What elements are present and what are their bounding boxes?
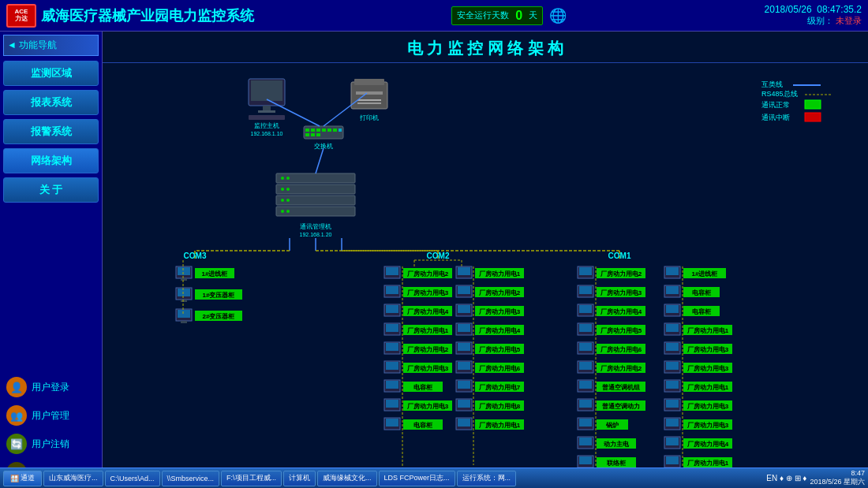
com2-r-dev9[interactable]: 厂房动力用电1	[456, 418, 524, 430]
com1-r-dev2[interactable]: 电容柜	[664, 285, 720, 297]
svg-rect-193	[579, 438, 592, 445]
svg-text:厂房动力用电1: 厂房动力用电1	[687, 459, 729, 467]
taskbar-btn-7[interactable]: LDS FCPower日志...	[379, 471, 455, 486]
nav-about[interactable]: 关 于	[3, 177, 99, 203]
taskbar-btn-1[interactable]: 山东威海医疗...	[43, 471, 103, 486]
com2-r-dev5[interactable]: 厂房动力用电5	[456, 342, 524, 354]
com2-l-dev2[interactable]: 厂房动力用电3	[384, 285, 452, 297]
com1-r-dev6[interactable]: 厂房动力用电3	[664, 361, 732, 373]
svg-rect-25	[322, 129, 326, 132]
com2-l-dev9[interactable]: 电容柜	[384, 418, 443, 430]
com2-l-dev7[interactable]: 电容柜	[384, 380, 443, 392]
taskbar-btn-3[interactable]: \\Smbservice...	[162, 471, 220, 486]
taskbar-clock: 8:47 2018/5/26 星期六	[810, 469, 865, 487]
com1-r-dev11[interactable]: 厂房动力用电1	[664, 456, 732, 468]
taskbar-btn-4[interactable]: F:\项目工程威...	[221, 471, 282, 486]
user-logout-icon: 🔄	[6, 434, 27, 454]
com2-r-dev8[interactable]: 厂房动力用电8	[456, 399, 524, 411]
com2-l-dev3[interactable]: 厂房动力用电4	[384, 304, 452, 316]
svg-text:厂房动力用电3: 厂房动力用电3	[687, 364, 729, 372]
com1-l-dev2[interactable]: 厂房动力用电3	[578, 285, 645, 297]
svg-point-40	[286, 177, 290, 180]
svg-rect-210	[666, 305, 679, 313]
user-login-item[interactable]: 👤 用户登录	[3, 374, 99, 400]
svg-rect-87	[386, 305, 398, 313]
svg-rect-16	[354, 79, 384, 85]
taskbar-btn-6[interactable]: 威海缘械文化...	[317, 471, 377, 486]
svg-rect-144	[458, 400, 470, 408]
svg-text:厂房动力用电2: 厂房动力用电2	[600, 364, 642, 372]
user-logout-item[interactable]: 🔄 用户注销	[3, 431, 99, 456]
com1-l-dev4[interactable]: 厂房动力用电5	[578, 323, 645, 335]
taskbar-btn-2[interactable]: C:\Users\Ad...	[105, 471, 160, 486]
svg-rect-218	[666, 343, 679, 351]
svg-point-45	[281, 210, 284, 213]
svg-text:厂房动力用电4: 厂房动力用电4	[687, 440, 729, 448]
com1-r-dev9[interactable]: 厂房动力用电3	[664, 418, 732, 430]
com1-r-dev10[interactable]: 厂房动力用电4	[664, 437, 732, 449]
svg-rect-19	[357, 102, 381, 104]
com1-r-dev7[interactable]: 厂房动力用电1	[664, 380, 732, 392]
svg-rect-29	[305, 133, 309, 136]
com1-l-dev9[interactable]: 锅炉	[578, 418, 628, 430]
svg-rect-230	[666, 400, 679, 408]
svg-text:2#变压器柜: 2#变压器柜	[203, 312, 236, 320]
svg-rect-91	[386, 324, 398, 332]
com2-r-dev1[interactable]: 厂房动力用电1	[456, 266, 524, 278]
com1-l-dev7[interactable]: 普通空调机组	[578, 380, 645, 392]
com1-r-dev4[interactable]: 厂房动力用电1	[664, 323, 732, 335]
com1-l-dev1[interactable]: 厂房动力用电2	[578, 266, 645, 278]
nav-network[interactable]: 网络架构	[3, 148, 99, 173]
network-diagram-svg: 互类线 RS485总线 通讯正常 通讯中断 监控主机 192.168.1.10	[107, 63, 864, 488]
svg-rect-128	[458, 324, 470, 332]
svg-text:RS485总线: RS485总线	[761, 90, 798, 98]
user-manage-icon: 👥	[6, 405, 27, 426]
svg-text:厂房动力用电3: 厂房动力用电3	[687, 421, 729, 429]
svg-text:厂房动力用电8: 厂房动力用电8	[478, 402, 521, 410]
com2-r-dev6[interactable]: 厂房动力用电6	[456, 361, 524, 373]
com1-l-dev8[interactable]: 普通空调动力	[578, 399, 645, 411]
svg-rect-222	[666, 362, 679, 370]
svg-text:厂房动力用电2: 厂房动力用电2	[406, 345, 449, 353]
com1-r-dev8[interactable]: 厂房动力用电3	[664, 399, 732, 411]
com1-l-dev6[interactable]: 厂房动力用电2	[578, 361, 645, 373]
svg-point-43	[281, 199, 284, 202]
taskbar-btn-5[interactable]: 计算机	[283, 471, 316, 486]
svg-text:192.168.1.10: 192.168.1.10	[251, 131, 283, 136]
svg-rect-214	[666, 324, 679, 332]
svg-rect-177	[579, 362, 592, 370]
com3-dev2[interactable]: 1#变压器柜	[176, 288, 242, 302]
user-manage-item[interactable]: 👥 用户管理	[3, 403, 99, 428]
nav-monitor-area[interactable]: 监测区域	[3, 61, 99, 86]
com2-l-dev6[interactable]: 厂房动力用电3	[384, 361, 452, 373]
com2-l-dev5[interactable]: 厂房动力用电2	[384, 342, 452, 354]
svg-rect-27	[333, 129, 337, 132]
com1-r-dev5[interactable]: 厂房动力用电3	[664, 342, 732, 354]
com2-l-dev4[interactable]: 厂房动力用电1	[384, 323, 452, 335]
com1-l-dev3[interactable]: 厂房动力用电4	[578, 304, 645, 316]
svg-rect-24	[316, 129, 320, 132]
com2-l-dev8[interactable]: 厂房动力用电3	[384, 399, 452, 411]
svg-rect-21	[304, 126, 343, 139]
com1-l-dev11[interactable]: 联络柜	[578, 456, 636, 468]
com2-r-dev2[interactable]: 厂房动力用电2	[456, 285, 524, 297]
svg-rect-10	[263, 106, 271, 110]
com2-r-dev3[interactable]: 厂房动力用电3	[456, 304, 524, 316]
com3-dev3[interactable]: 2#变压器柜	[176, 309, 242, 323]
nav-alarm[interactable]: 报警系统	[3, 119, 99, 144]
com2-r-dev4[interactable]: 厂房动力用电4	[456, 323, 524, 335]
com1-r-dev3[interactable]: 电容柜	[664, 304, 720, 316]
nav-report[interactable]: 报表系统	[3, 90, 99, 115]
svg-rect-17	[356, 91, 383, 95]
com2-r-dev7[interactable]: 厂房动力用电7	[456, 380, 524, 392]
com2-l-dev1[interactable]: 厂房动力用电2	[384, 266, 452, 278]
com1-r-dev1[interactable]: 1#进线柜	[664, 266, 726, 278]
com1-l-dev5[interactable]: 厂房动力用电6	[578, 342, 645, 354]
com3-dev1[interactable]: 1#进线柜	[176, 266, 234, 281]
taskbar-btn-8[interactable]: 运行系统：网...	[457, 471, 517, 486]
com1-l-dev10[interactable]: 动力主电	[578, 437, 636, 449]
svg-text:厂房动力用电4: 厂房动力用电4	[478, 326, 521, 334]
svg-text:厂房动力用电3: 厂房动力用电3	[600, 289, 642, 296]
taskbar-right: EN ♦ ⊕ ⊞ ♦ 8:47 2018/5/26 星期六	[766, 469, 865, 487]
start-button[interactable]: 🪟 通道	[3, 471, 42, 486]
